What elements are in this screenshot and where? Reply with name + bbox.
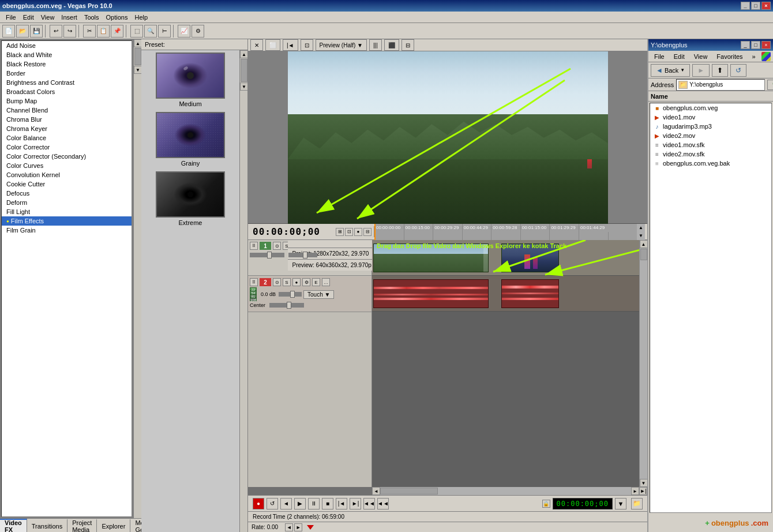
track-2-more[interactable]: … — [322, 278, 330, 286]
fb-close[interactable]: × — [761, 41, 771, 49]
fb-back-btn[interactable]: ◄ Back ▼ — [651, 64, 690, 77]
fb-file-video2-mov[interactable]: ▶ video2.mov — [650, 131, 771, 140]
transport-record[interactable]: ● — [253, 498, 264, 509]
fx-item-color-corrector-sec[interactable]: Color Corrector (Secondary) — [2, 152, 132, 161]
track-scroll-thumb[interactable] — [640, 249, 647, 260]
fx-item-black-restore[interactable]: Black Restore — [2, 59, 132, 69]
fb-menu-file[interactable]: File — [651, 52, 668, 61]
h-scroll-thumb[interactable] — [380, 488, 438, 494]
fb-minimize[interactable]: _ — [741, 41, 750, 49]
preview-monitor-btn[interactable]: ⬜ — [265, 39, 280, 51]
open-button[interactable]: 📂 — [16, 25, 29, 38]
fx-item-chroma-blur[interactable]: Chroma Blur — [2, 115, 132, 124]
trim-button[interactable]: ⊢ — [158, 25, 171, 38]
fb-refresh-btn[interactable]: ↺ — [730, 64, 746, 77]
track-1-lock[interactable]: ⠿ — [250, 242, 258, 250]
fx-item-add-noise[interactable]: Add Noise — [2, 41, 132, 50]
track-scroll-up[interactable]: ▲ — [640, 240, 648, 248]
fb-menu-view[interactable]: View — [691, 52, 711, 61]
save-button[interactable]: 💾 — [30, 25, 43, 38]
preset-scroll-up[interactable]: ▲ — [240, 50, 247, 58]
track-1-volume-slider[interactable] — [250, 253, 284, 257]
paste-button[interactable]: 📌 — [111, 25, 123, 38]
fx-item-film-grain[interactable]: Film Grain — [2, 226, 132, 235]
preview-snap-btn[interactable]: ⊡ — [301, 39, 313, 51]
transport-media-btn[interactable]: 📁 — [631, 498, 643, 509]
fb-file-lagudarimp3[interactable]: ♪ lagudarimp3.mp3 — [650, 122, 771, 131]
fb-file-video1-sfk[interactable]: ≡ video1.mov.sfk — [650, 140, 771, 149]
redo-button[interactable]: ↪ — [63, 25, 76, 38]
properties-button[interactable]: ⚙ — [192, 25, 204, 38]
preview-more-btn[interactable]: ⬛ — [384, 39, 399, 51]
track-1-pan-thumb[interactable] — [303, 252, 307, 258]
track-2-mute[interactable]: ⊙ — [273, 278, 281, 286]
transport-loop[interactable]: ↺ — [267, 498, 278, 509]
transport-prev[interactable]: |◄ — [336, 498, 347, 509]
fx-item-color-balance[interactable]: Color Balance — [2, 133, 132, 143]
fx-item-color-corrector[interactable]: Color Corrector — [2, 143, 132, 152]
preset-grainy[interactable]: Grainy — [144, 112, 237, 167]
menu-options[interactable]: Options — [103, 13, 132, 22]
track-1-vol-thumb[interactable] — [267, 252, 272, 258]
track-1-mute[interactable]: ⊙ — [273, 242, 281, 250]
fx-item-channel-blend[interactable]: Channel Blend — [2, 106, 132, 115]
copy-button[interactable]: 📋 — [97, 25, 110, 38]
transport-play-reverse[interactable]: ◄ — [280, 498, 292, 509]
menu-help[interactable]: Help — [131, 13, 151, 22]
fx-item-color-curves[interactable]: Color Curves — [2, 161, 132, 170]
preset-scroll-down[interactable]: ▼ — [240, 83, 247, 91]
fb-menu-favorites[interactable]: Favorites — [713, 52, 746, 61]
timeline-btn-3[interactable]: ● — [354, 228, 362, 236]
minimize-button[interactable]: _ — [741, 2, 750, 10]
timeline-btn-1[interactable]: ⊞ — [336, 228, 344, 236]
track-2-solo[interactable]: S — [283, 278, 291, 286]
fx-item-fill-light[interactable]: Fill Light — [2, 207, 132, 216]
fx-list-scrollbar[interactable]: ▲ ▼ — [133, 39, 141, 518]
tab-project-media[interactable]: Project Media — [67, 519, 97, 532]
fb-go-btn[interactable]: Go — [767, 80, 773, 90]
transport-back[interactable]: ◄◄ — [363, 498, 375, 509]
track-scroll-down[interactable]: ▼ — [640, 479, 648, 487]
fx-item-border[interactable]: Border — [2, 69, 132, 78]
timecode-arrow[interactable]: ▼ — [615, 498, 626, 509]
track-2-event[interactable]: E — [312, 278, 320, 286]
transport-stop[interactable]: ■ — [322, 498, 333, 509]
preset-extreme[interactable]: Extreme — [144, 171, 237, 226]
fb-file-obengplus-veg[interactable]: ■ obengplus.com.veg — [650, 103, 771, 113]
undo-button[interactable]: ↩ — [50, 25, 62, 38]
transport-play[interactable]: ▶ — [294, 498, 306, 509]
cut-button[interactable]: ✂ — [83, 25, 96, 38]
v-scroll-top[interactable]: ▲ ▼ — [637, 224, 645, 240]
video-clip-2[interactable] — [501, 243, 559, 272]
fx-item-convolution[interactable]: Convolution Kernel — [2, 170, 132, 179]
tab-video-fx[interactable]: Video FX — [0, 519, 27, 532]
track-2-pan-thumb[interactable] — [287, 302, 291, 309]
transport-forward[interactable]: ◄◄ — [377, 498, 389, 509]
rate-fwd-btn[interactable]: ► — [294, 523, 302, 531]
fb-file-video2-sfk[interactable]: ≡ video2.mov.sfk — [650, 149, 771, 159]
v-scroll-up-arrow[interactable]: ▲ — [639, 225, 643, 230]
track-2-vol-slider[interactable] — [279, 292, 302, 297]
fb-menu-more[interactable]: » — [749, 52, 759, 61]
scroll-down-btn[interactable]: ▼ — [134, 66, 141, 74]
preset-scroll-thumb[interactable] — [241, 59, 247, 82]
fx-item-bump-map[interactable]: Bump Map — [2, 96, 132, 106]
fx-item-defocus[interactable]: Defocus — [2, 189, 132, 198]
transport-timecode[interactable]: 00:00:00;00 — [553, 498, 613, 509]
fb-up-btn[interactable]: ⬆ — [712, 64, 728, 77]
menu-view[interactable]: View — [37, 13, 58, 22]
preview-split-btn[interactable]: ⊟ — [401, 39, 414, 51]
select-button[interactable]: ⬚ — [130, 25, 143, 38]
zoom-button[interactable]: 🔍 — [144, 25, 157, 38]
envelope-button[interactable]: 📈 — [178, 25, 190, 38]
rate-back-btn[interactable]: ◄ — [285, 523, 293, 531]
preview-quality-btn[interactable]: Preview (Half) ▼ — [316, 39, 367, 51]
h-scroll-left[interactable]: ◄ — [372, 487, 380, 495]
clip-1-resize-handle[interactable] — [483, 244, 488, 272]
track-2-lock[interactable]: ⠿ — [250, 278, 258, 286]
tab-explorer[interactable]: Explorer — [97, 519, 130, 532]
timecode-lock-btn[interactable]: 🔒 — [542, 500, 550, 508]
h-scroll-right[interactable]: ► — [631, 487, 639, 495]
preset-scrollbar[interactable]: ▲ ▼ — [239, 50, 247, 532]
menu-edit[interactable]: Edit — [20, 13, 37, 22]
